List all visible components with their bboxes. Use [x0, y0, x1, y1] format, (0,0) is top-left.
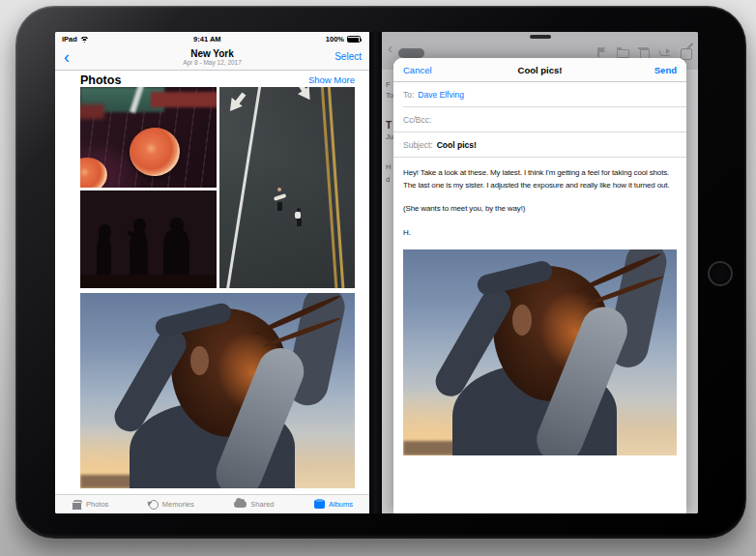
dimmed-text-fragment: H [386, 162, 391, 171]
woman-face [512, 305, 532, 336]
photos-section-header: Photos Show More [55, 71, 369, 87]
shared-cloud-icon [234, 501, 247, 508]
body-signature: H. [403, 226, 677, 239]
memories-icon [149, 500, 159, 510]
compose-sheet: Cancel Cool pics! Send To: Dave Elfving … [393, 58, 686, 513]
subject-label: Subject: [403, 140, 433, 150]
pedestrian-figure [277, 188, 281, 191]
photo-thumbnail-woman-dusk[interactable] [80, 293, 355, 488]
tab-shared[interactable]: Shared [234, 500, 274, 509]
albums-icon [314, 500, 325, 509]
photo-grid [55, 87, 369, 488]
compose-header: Cancel Cool pics! Send [393, 58, 686, 82]
attached-photo-woman-dusk[interactable] [403, 249, 677, 455]
select-button[interactable]: Select [334, 51, 362, 62]
dimmed-text-fragment: d [386, 175, 390, 184]
photos-stack-icon [72, 500, 82, 509]
photos-app-pane: iPad 9:41 AM 100% ‹ New York Apr 8 - May… [55, 32, 369, 513]
body-paragraph: (She wants to meet you, by the way!) [403, 202, 677, 215]
to-recipient[interactable]: Dave Elfving [418, 90, 464, 100]
tab-label: Memories [162, 500, 194, 509]
dimmed-text-fragment: To [386, 91, 393, 100]
trash-icon [638, 47, 649, 57]
split-view-divider[interactable] [369, 32, 382, 513]
dimmed-text-fragment: F [386, 80, 391, 89]
silhouette-figure [133, 219, 146, 232]
compose-icon [681, 46, 693, 58]
art-background-shape [151, 92, 217, 107]
back-chevron-icon: ‹ [388, 40, 393, 56]
subject-field[interactable]: Subject: Cool pics! [393, 132, 686, 158]
art-background-shape [80, 104, 104, 120]
dimmed-text-fragment: T [386, 120, 392, 131]
status-bar: iPad 9:41 AM 100% [55, 32, 369, 46]
dimmed-sender-blob [398, 48, 424, 58]
message-body[interactable]: Hey! Take a look at these. My latest. I … [393, 158, 686, 455]
grapefruit-half [80, 158, 107, 188]
battery-percent: 100% [326, 35, 344, 44]
mail-toolbar-icons [596, 46, 693, 58]
pedestrian-figure [295, 212, 301, 219]
flag-icon [596, 47, 606, 57]
status-time: 9:41 AM [193, 35, 220, 44]
photos-nav-bar: ‹ New York Apr 8 - May 12, 2017 Select [55, 46, 369, 71]
silhouette-figure [99, 224, 111, 238]
road-lane-line [224, 87, 263, 288]
cc-bcc-label: Cc/Bcc: [403, 115, 431, 125]
tab-albums[interactable]: Albums [314, 500, 353, 509]
dimmed-text-fragment: Ju [386, 132, 393, 141]
compose-title: Cool pics! [393, 65, 686, 75]
photo-thumbnail-road[interactable] [219, 87, 355, 288]
pedestrian-figure [274, 193, 286, 200]
body-paragraph: Hey! Take a look at these. My latest. I … [403, 166, 677, 191]
to-field[interactable]: To: Dave Elfving [393, 82, 686, 107]
show-more-link[interactable]: Show More [308, 74, 355, 85]
ipad-device-frame: iPad 9:41 AM 100% ‹ New York Apr 8 - May… [15, 6, 746, 539]
tab-photos[interactable]: Photos [72, 500, 108, 509]
tab-label: Photos [86, 500, 108, 509]
split-drag-handle-icon[interactable] [530, 35, 551, 39]
ipad-screen: iPad 9:41 AM 100% ‹ New York Apr 8 - May… [55, 32, 698, 513]
photo-thumbnail-silhouettes[interactable] [80, 190, 217, 288]
silhouette-figure [163, 230, 189, 279]
date-range-subtitle: Apr 8 - May 12, 2017 [55, 59, 369, 67]
photos-tab-bar: Photos Memories Shared Albums [55, 494, 369, 513]
carrier-label: iPad [62, 35, 77, 44]
photo-thumbnail-grapefruit[interactable] [80, 87, 217, 188]
grapefruit-half [127, 124, 183, 179]
art-background-shape [80, 275, 217, 288]
pedestrian-figure [297, 219, 302, 226]
section-title: Photos [80, 73, 121, 87]
to-label: To: [403, 90, 414, 100]
reply-icon [659, 47, 670, 57]
woman-face [190, 346, 210, 375]
mail-app-pane: ‹ F To T Ju H d Cance [382, 32, 698, 513]
tab-label: Shared [250, 500, 274, 509]
silhouette-figure [170, 218, 184, 232]
home-button[interactable] [708, 261, 733, 286]
road-arrow [292, 87, 317, 105]
nav-title-group: New York Apr 8 - May 12, 2017 [55, 48, 369, 67]
cc-bcc-field[interactable]: Cc/Bcc: [393, 107, 686, 132]
road-arrow [222, 90, 248, 118]
battery-icon [347, 36, 361, 43]
send-button[interactable]: Send [654, 65, 677, 75]
folder-icon [617, 47, 627, 57]
page-title: New York [55, 48, 369, 59]
tab-label: Albums [329, 500, 353, 509]
wifi-icon [80, 36, 89, 43]
tab-memories[interactable]: Memories [149, 500, 194, 510]
subject-value: Cool pics! [437, 140, 477, 150]
pedestrian-figure [277, 202, 282, 211]
